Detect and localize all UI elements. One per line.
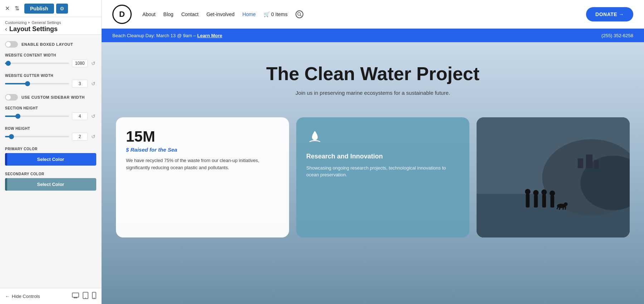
tablet-view-button[interactable]: [83, 292, 88, 300]
preview-area: D About Blog Contact Get-involved Home 🛒…: [102, 0, 644, 304]
hero-title: The Clean Water Project: [266, 64, 479, 84]
sort-button[interactable]: ⇅: [13, 4, 21, 13]
content-width-row: WEBSITE CONTENT WIDTH 1080 ↺: [5, 53, 96, 67]
desktop-view-button[interactable]: [72, 292, 79, 300]
svg-rect-16: [594, 160, 599, 168]
content-width-slider-row: 1080 ↺: [5, 59, 96, 67]
svg-line-30: [565, 206, 566, 210]
announcement-bar: Beach Cleanup Day: March 13 @ 9am – Lear…: [102, 29, 644, 42]
settings-content: ENABLE BOXED LAYOUT WEBSITE CONTENT WIDT…: [0, 35, 101, 288]
breadcrumb-root: Customizing: [5, 20, 27, 25]
hide-controls-label: Hide Controls: [12, 294, 40, 299]
gutter-width-reset[interactable]: ↺: [91, 81, 96, 87]
row-height-input[interactable]: 2: [72, 133, 88, 141]
gutter-width-fill: [5, 83, 28, 84]
svg-point-26: [564, 202, 568, 206]
svg-point-20: [533, 190, 538, 195]
row-height-fill: [5, 136, 11, 137]
svg-point-24: [550, 191, 555, 196]
row-height-label: ROW HEIGHT: [5, 127, 96, 131]
content-width-input[interactable]: 1080: [72, 59, 88, 67]
enable-boxed-layout-row: ENABLE BOXED LAYOUT: [5, 41, 96, 48]
gutter-width-slider-row: 3 ↺: [5, 80, 96, 88]
nav-blog[interactable]: Blog: [164, 11, 174, 17]
announcement-phone: (255) 352-6258: [601, 33, 633, 38]
panel-title: ‹ Layout Settings: [5, 25, 96, 33]
mobile-view-button[interactable]: [92, 292, 96, 300]
svg-rect-19: [534, 195, 538, 207]
content-width-fill: [5, 63, 8, 64]
stat-number: 15M: [126, 128, 279, 145]
close-button[interactable]: ✕: [4, 4, 11, 13]
secondary-color-label: SECONDARY COLOR: [5, 172, 96, 176]
custom-sidebar-label: USE CUSTOM SIDEBAR WIDTH: [21, 95, 85, 99]
site-logo: D: [112, 5, 132, 24]
section-height-slider-row: 4 ↺: [5, 112, 96, 120]
cart-items: 0 Items: [271, 11, 288, 17]
site-header: D About Blog Contact Get-involved Home 🛒…: [102, 0, 644, 29]
stat-desc: We have recycled 75% of the waste from o…: [126, 157, 279, 171]
section-height-fill: [5, 116, 18, 117]
section-height-reset[interactable]: ↺: [91, 113, 96, 119]
settings-button[interactable]: ⚙: [56, 4, 68, 14]
section-height-thumb[interactable]: [15, 114, 20, 119]
section-height-row: SECTION HEIGHT 4 ↺: [5, 106, 96, 120]
feature-desc: Showcasing ongoing research projects, te…: [306, 165, 459, 178]
enable-boxed-layout-label: ENABLE BOXED LAYOUT: [21, 42, 73, 46]
search-button[interactable]: [296, 10, 303, 18]
svg-line-29: [563, 206, 564, 210]
section-height-label: SECTION HEIGHT: [5, 106, 96, 110]
image-placeholder: [477, 117, 630, 237]
svg-point-22: [541, 190, 547, 195]
svg-point-18: [525, 189, 530, 194]
nav-about[interactable]: About: [142, 11, 156, 17]
hero-section: The Clean Water Project Join us in prese…: [102, 42, 644, 304]
row-height-thumb[interactable]: [9, 134, 14, 139]
nav-cart[interactable]: 🛒 0 Items: [264, 11, 288, 17]
section-height-track: [5, 116, 69, 117]
enable-boxed-layout-toggle[interactable]: [5, 41, 18, 48]
hide-controls-button[interactable]: ← Hide Controls: [5, 294, 40, 299]
svg-rect-0: [72, 293, 79, 297]
gutter-width-label: WEBSITE GUTTER WIDTH: [5, 74, 96, 78]
back-button[interactable]: ‹: [5, 25, 7, 33]
publish-button[interactable]: Publish: [24, 4, 54, 14]
svg-line-9: [300, 15, 301, 16]
custom-sidebar-toggle[interactable]: [5, 94, 18, 100]
custom-sidebar-row: USE CUSTOM SIDEBAR WIDTH: [5, 94, 96, 100]
stat-card: 15M $ Raised for the Sea We have recycle…: [116, 117, 289, 237]
announcement-message: Beach Cleanup Day: March 13 @ 9am –: [112, 33, 196, 38]
primary-color-button[interactable]: Select Color: [5, 153, 96, 166]
toolbar: ✕ ⇅ Publish ⚙: [0, 0, 101, 17]
row-height-track: [5, 136, 69, 137]
content-width-reset[interactable]: ↺: [91, 60, 96, 66]
primary-color-row: PRIMARY COLOR Select Color: [5, 147, 96, 166]
gutter-width-thumb[interactable]: [25, 81, 30, 86]
nav-contact[interactable]: Contact: [181, 11, 199, 17]
gutter-width-input[interactable]: 3: [72, 80, 88, 88]
breadcrumb-area: Customizing ▸ General Settings ‹ Layout …: [0, 17, 101, 35]
content-width-label: WEBSITE CONTENT WIDTH: [5, 53, 96, 57]
cards-row: 15M $ Raised for the Sea We have recycle…: [102, 117, 644, 237]
svg-rect-21: [542, 195, 546, 208]
nav-home[interactable]: Home: [242, 11, 255, 17]
secondary-color-button[interactable]: Select Color: [5, 178, 96, 191]
secondary-color-swatch: [5, 178, 7, 191]
feature-icon: [306, 128, 459, 148]
image-card: [477, 117, 630, 237]
section-height-input[interactable]: 4: [72, 112, 88, 120]
svg-point-8: [298, 13, 301, 15]
breadcrumb-separator: ▸: [28, 20, 30, 25]
device-switcher: [72, 292, 96, 300]
donate-button[interactable]: DONATE →: [586, 7, 633, 21]
secondary-color-label-text: Select Color: [37, 182, 64, 187]
secondary-color-row: SECONDARY COLOR Select Color: [5, 172, 96, 191]
nav-get-involved[interactable]: Get-involved: [206, 11, 235, 17]
row-height-reset[interactable]: ↺: [91, 134, 96, 139]
svg-point-5: [85, 298, 86, 298]
stat-label: $ Raised for the Sea: [126, 147, 279, 153]
announcement-link[interactable]: Learn More: [197, 33, 222, 38]
content-width-thumb[interactable]: [6, 61, 11, 66]
row-height-slider-row: 2 ↺: [5, 133, 96, 141]
primary-color-swatch: [5, 153, 7, 166]
